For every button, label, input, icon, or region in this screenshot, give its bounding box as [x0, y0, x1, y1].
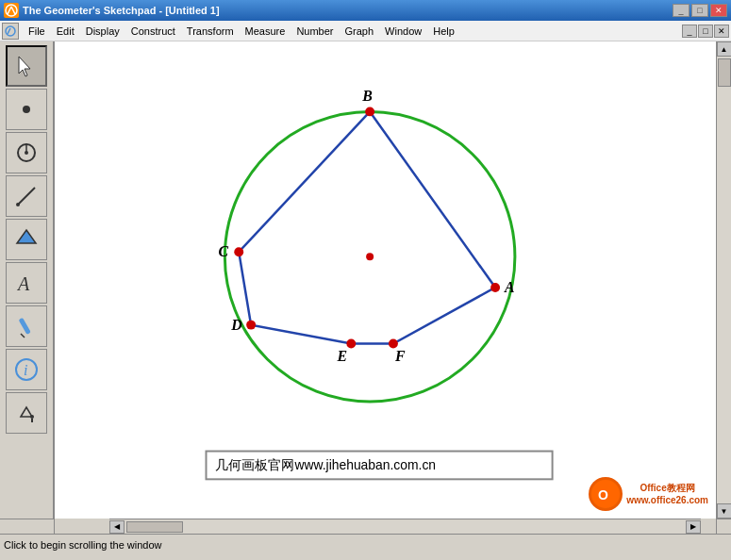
menu-number[interactable]: Number	[291, 24, 339, 39]
horizontal-scrollbar[interactable]: ◀ ▶	[109, 519, 701, 534]
svg-point-23	[365, 107, 374, 116]
svg-point-26	[346, 339, 356, 349]
canvas-area[interactable]: B A F E D C 几何画板官网www.jihehuaban.com.cn	[55, 41, 716, 519]
close-button[interactable]: ✕	[710, 4, 727, 17]
menu-edit[interactable]: Edit	[51, 24, 80, 39]
maximize-button[interactable]: □	[691, 4, 708, 17]
svg-line-4	[8, 28, 10, 34]
title-bar-left: The Geometer's Sketchpad - [Untitled 1]	[4, 3, 220, 18]
toolbar: A i	[0, 41, 55, 519]
svg-point-3	[6, 26, 15, 36]
title-bar: The Geometer's Sketchpad - [Untitled 1] …	[0, 0, 731, 21]
svg-point-24	[490, 283, 500, 292]
svg-point-19	[30, 415, 34, 419]
svg-text:A: A	[16, 273, 30, 294]
menu-measure[interactable]: Measure	[240, 24, 291, 39]
svg-rect-14	[19, 318, 31, 335]
svg-point-6	[23, 106, 30, 113]
menu-restore-button[interactable]: □	[698, 25, 713, 38]
label-A: A	[504, 279, 515, 295]
svg-text:i: i	[24, 362, 27, 378]
status-text: Click to begin scrolling the window	[4, 539, 162, 551]
scroll-up-button[interactable]: ▲	[717, 41, 732, 57]
svg-point-27	[246, 321, 256, 330]
menu-bar: File Edit Display Construct Transform Me…	[0, 21, 731, 41]
hscroll-thumb[interactable]	[126, 521, 183, 533]
compass-tool[interactable]	[6, 132, 47, 173]
label-E: E	[336, 348, 347, 364]
polygon-tool[interactable]	[6, 219, 47, 260]
canvas-svg: B A F E D C 几何画板官网www.jihehuaban.com.cn	[55, 41, 716, 519]
minimize-button[interactable]: _	[673, 4, 689, 17]
scroll-corner	[716, 519, 731, 534]
scroll-down-button[interactable]: ▼	[717, 503, 732, 519]
label-D: D	[230, 317, 242, 333]
marker-tool[interactable]	[6, 305, 47, 347]
label-C: C	[218, 243, 228, 259]
office-text: Office教程网www.office26.com	[626, 482, 708, 506]
svg-line-10	[18, 188, 35, 205]
label-F: F	[394, 348, 406, 364]
menu-minimize-button[interactable]: _	[682, 25, 697, 38]
menu-transform[interactable]: Transform	[181, 24, 240, 39]
menu-graph[interactable]: Graph	[340, 24, 380, 39]
svg-line-15	[21, 334, 25, 338]
scroll-track[interactable]	[717, 57, 732, 503]
point-tool[interactable]	[6, 89, 47, 130]
select-tool[interactable]	[6, 45, 47, 87]
text-tool[interactable]: A	[6, 262, 47, 304]
menu-window-controls[interactable]: _ □ ✕	[682, 25, 729, 38]
svg-marker-12	[17, 230, 36, 243]
menu-display[interactable]: Display	[80, 24, 125, 39]
watermark: O Office教程网www.office26.com	[589, 477, 708, 511]
menu-close-button[interactable]: ✕	[714, 25, 729, 38]
title-text: The Geometer's Sketchpad - [Untitled 1]	[23, 5, 220, 16]
svg-line-2	[11, 7, 15, 14]
scrollbar-right: ▲ ▼	[716, 41, 731, 519]
label-B: B	[361, 88, 373, 104]
info-tool[interactable]: i	[6, 349, 47, 390]
svg-line-1	[8, 7, 11, 14]
menu-help[interactable]: Help	[427, 24, 460, 39]
status-bar: Click to begin scrolling the window	[0, 534, 731, 554]
svg-point-11	[16, 203, 20, 206]
bottom-scrollbar-area: ◀ ▶	[0, 519, 731, 534]
office-logo: O	[589, 477, 623, 511]
svg-point-0	[6, 5, 17, 16]
menu-window[interactable]: Window	[379, 24, 427, 39]
scroll-right-button[interactable]: ▶	[686, 520, 701, 534]
svg-point-22	[366, 253, 374, 260]
menu-file[interactable]: File	[23, 24, 51, 39]
svg-marker-5	[19, 57, 30, 76]
scroll-thumb[interactable]	[718, 58, 731, 87]
svg-marker-18	[21, 407, 32, 417]
title-controls[interactable]: _ □ ✕	[673, 4, 727, 17]
menu-construct[interactable]: Construct	[125, 24, 181, 39]
line-tool[interactable]	[6, 175, 47, 217]
scroll-left-button[interactable]: ◀	[109, 520, 125, 534]
svg-text:O: O	[598, 487, 608, 502]
hscroll-track[interactable]	[125, 520, 686, 534]
svg-point-25	[389, 339, 398, 349]
app-icon	[4, 3, 19, 18]
main-area: A i	[0, 41, 731, 519]
annotation-text: 几何画板官网www.jihehuaban.com.cn	[215, 457, 436, 472]
svg-point-28	[234, 247, 243, 256]
custom-tool[interactable]	[6, 392, 47, 434]
menu-icon-button[interactable]	[2, 23, 19, 40]
